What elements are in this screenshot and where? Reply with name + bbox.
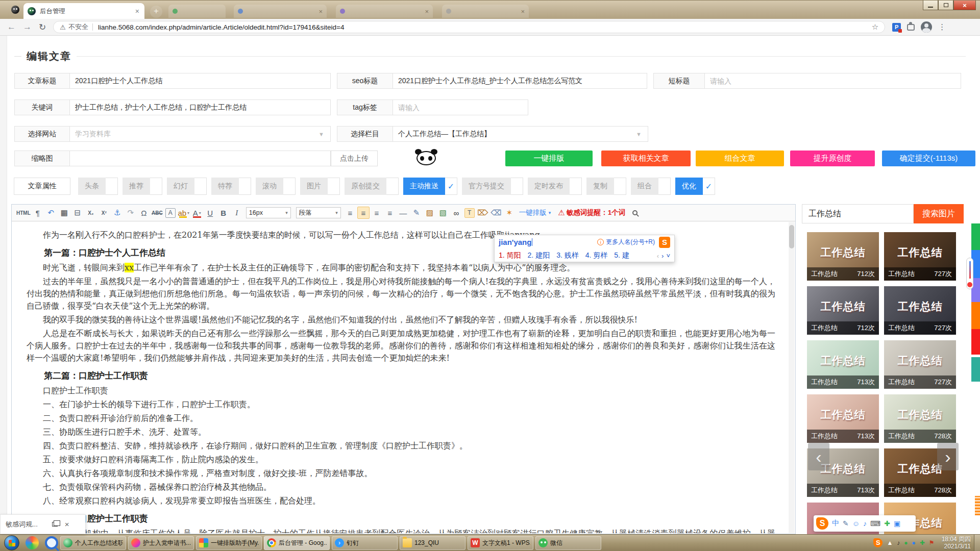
flag-icon[interactable]: ⚑	[929, 539, 935, 546]
article-paragraph[interactable]: 在牙科诊疗机构中，从事临床工作的人员，除了医生就是护士。护士的工作从接待安排患者…	[27, 528, 775, 533]
ime-candidate[interactable]: 3. 贱样	[556, 251, 579, 260]
new-tab-button[interactable]: +	[150, 6, 162, 18]
one-key-format-button[interactable]: 一键排版▾	[519, 208, 551, 217]
forward-icon[interactable]: →	[23, 22, 32, 32]
article-title-input[interactable]	[75, 77, 325, 85]
horizontal-rule-icon[interactable]: —	[397, 207, 409, 219]
attr-toggle[interactable]: 原创提交	[345, 178, 399, 195]
background-tab[interactable]: ×	[234, 5, 327, 18]
action-button[interactable]: 组合文章	[696, 151, 784, 166]
taskbar-app[interactable]: 123_QIU	[400, 536, 465, 550]
anchor-icon[interactable]: ⚓	[111, 207, 124, 219]
bold-icon[interactable]: B	[217, 207, 230, 219]
upload-button[interactable]: 点击上传	[331, 151, 378, 166]
editor-content[interactable]: 作为一名刚入行不久的口腔科护士，在2021年第一季度快要结束的时候，可以写一份个…	[12, 222, 789, 533]
attr-toggle[interactable]: 推荐	[122, 178, 162, 195]
attr-checkbox[interactable]	[106, 178, 118, 195]
taskbar-app[interactable]: 微信	[535, 536, 601, 550]
edge-strip-segment[interactable]	[971, 223, 980, 250]
pdf-extension-icon[interactable]: P	[892, 23, 901, 32]
image-result[interactable]: 工作总结工作总结713次	[807, 340, 879, 389]
align-center-icon[interactable]: ≡	[371, 207, 383, 219]
article-heading[interactable]: 第三篇：口腔护士工作职责	[27, 512, 775, 524]
article-paragraph[interactable]: 一、在门诊护士长的领导下进行工作，口腔护士工作职责。	[27, 398, 775, 411]
attr-checkbox[interactable]	[614, 178, 626, 195]
align-right-icon[interactable]: ≡	[384, 207, 396, 219]
paragraph-format-select[interactable]: 段落▾	[296, 207, 341, 218]
minimize-button[interactable]	[923, 1, 938, 10]
attr-checkbox[interactable]	[239, 178, 251, 195]
article-paragraph[interactable]: 时光飞逝，转眼间来到xx工作已半年有余了，在护士长及主任的正确领导下，在同事的密…	[27, 262, 775, 274]
article-title-field[interactable]	[70, 73, 331, 89]
chevron-down-icon[interactable]: ˅	[666, 252, 670, 260]
short-title-input[interactable]	[710, 77, 955, 85]
format-brush-icon[interactable]: ⌦	[477, 207, 489, 219]
ime-candidate[interactable]: 4. 剪样	[585, 251, 608, 260]
attr-checkbox[interactable]: ✓	[445, 178, 457, 195]
underline-icon[interactable]: U	[204, 207, 216, 219]
align-left-icon[interactable]: ≡	[357, 207, 370, 219]
taskbar-app[interactable]: 个人工作总结述职报...	[60, 536, 126, 550]
scrollbar-thumb[interactable]	[789, 225, 794, 248]
tab-close-icon[interactable]: ×	[425, 8, 429, 15]
highlight-color-icon[interactable]: ab▾	[178, 207, 190, 219]
attr-toggle[interactable]: 官方号提交	[462, 178, 523, 195]
insert-image-icon[interactable]: ▨	[424, 207, 436, 219]
quick-launch-search-icon[interactable]	[45, 536, 58, 549]
html-source-icon[interactable]: HTML	[16, 207, 31, 219]
attr-toggle[interactable]: 滚动	[256, 178, 296, 195]
image-search-field[interactable]	[802, 204, 914, 223]
extensions-puzzle-icon[interactable]	[907, 24, 915, 31]
image-result[interactable]: 工作总结工作总结727次	[884, 286, 956, 335]
font-color-icon[interactable]: A▾	[191, 207, 203, 219]
thermometer-widget[interactable]	[966, 258, 973, 289]
volume-icon[interactable]: ♪	[897, 539, 900, 546]
show-desktop-button[interactable]	[974, 535, 980, 551]
article-paragraph[interactable]: 八、经常观察口腔科内就诊病人，发现异常要立即报告当班医生，配合处理。	[27, 495, 775, 507]
voice-input-icon[interactable]: ♪	[863, 519, 867, 528]
attr-toggle[interactable]: 图片	[300, 178, 340, 195]
article-paragraph[interactable]: 四、负责口腔科整洁、安静，维持就诊秩序，在诊疗期间，做好口腔科的卫生宣教，管理制…	[27, 440, 775, 452]
link-edit-icon[interactable]: ✎	[410, 207, 423, 219]
paragraph-mark-icon[interactable]: ¶	[32, 207, 44, 219]
attr-checkbox[interactable]: ✓	[703, 178, 715, 195]
start-button[interactable]	[4, 535, 19, 550]
article-paragraph[interactable]: 我的双手我的微笑我的善待让这个世界温暖!虽然他们不能记忆我的名字，虽然他们不知道…	[27, 314, 775, 326]
sensitive-word-warning[interactable]: 敏感词提醒：1个词	[567, 208, 626, 217]
back-icon[interactable]: ←	[7, 22, 16, 32]
emoji-icon[interactable]: ☺	[852, 519, 860, 528]
chevron-left-icon[interactable]: ‹	[657, 252, 659, 260]
keywords-input[interactable]	[75, 104, 325, 112]
attr-checkbox[interactable]	[386, 178, 399, 195]
font-size-select[interactable]: 16px▾	[246, 207, 291, 218]
clipboard-icon[interactable]: ▣	[894, 519, 900, 528]
edge-strip-segment[interactable]	[971, 329, 980, 355]
app-blue-icon[interactable]: ●	[912, 539, 916, 546]
attr-toggle[interactable]: 优化✓	[675, 178, 715, 195]
tag-field[interactable]	[393, 99, 528, 115]
keyboard-icon[interactable]: ⌨	[870, 519, 880, 528]
url-text[interactable]: lianhe.5068.com/index.php/admin/article.…	[98, 23, 872, 31]
article-paragraph[interactable]: 人总是在不断成长与长大，如果说昨天的自己还有那么一些浮躁那么一些飘摇，那今天的自…	[27, 328, 775, 364]
attr-checkbox[interactable]	[511, 178, 523, 195]
magic-wand-icon[interactable]: ✶	[503, 207, 516, 219]
sogou-tray-icon[interactable]: S	[873, 538, 883, 547]
italic-icon[interactable]: I	[231, 207, 243, 219]
next-images-arrow[interactable]: ›	[937, 443, 959, 470]
media-block-icon[interactable]: ▦	[58, 207, 70, 219]
toolbox-icon[interactable]: ✚	[884, 519, 890, 528]
site-select[interactable]: 学习资料库 ▼	[70, 126, 331, 142]
attr-toggle[interactable]: 组合	[631, 178, 671, 195]
short-title-field[interactable]	[705, 73, 961, 89]
column-select[interactable]: 个人工作总结—【工作总结】 ▼	[393, 126, 648, 142]
article-paragraph[interactable]: 二、负责口腔科开诊治疗前后的准备工作。	[27, 412, 775, 424]
image-result[interactable]: 工作总结工作总结712次	[807, 232, 879, 281]
ime-candidate[interactable]: 1. 简阳	[499, 251, 521, 260]
thumbnail-field[interactable]	[70, 151, 331, 166]
superscript-icon[interactable]: X²	[98, 207, 110, 219]
tab-close-icon[interactable]: ×	[318, 8, 323, 15]
find-binoculars-icon[interactable]: ∞	[450, 207, 462, 219]
attr-checkbox[interactable]	[150, 178, 162, 195]
ime-candidate[interactable]: 5. 建	[614, 251, 629, 260]
background-tab[interactable]	[168, 5, 226, 18]
